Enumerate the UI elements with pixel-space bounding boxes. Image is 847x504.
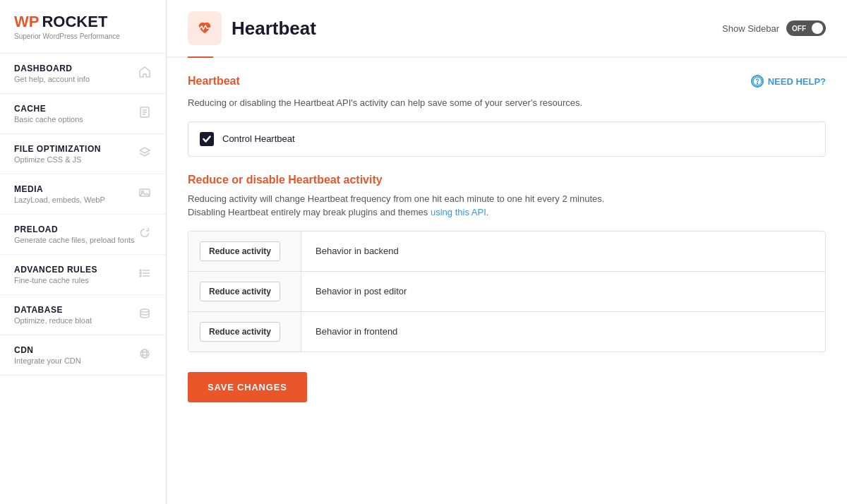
sidebar-item-adv-sub: Fine-tune cache rules bbox=[14, 276, 138, 284]
heartbeat-section-title: Heartbeat bbox=[188, 75, 240, 88]
globe-icon bbox=[138, 348, 152, 362]
svg-point-10 bbox=[140, 270, 141, 271]
backend-reduce-button[interactable]: Reduce activity bbox=[200, 241, 280, 261]
sidebar-item-preload-sub: Generate cache files, preload fonts bbox=[14, 236, 138, 244]
control-heartbeat-checkbox[interactable] bbox=[200, 132, 214, 146]
logo-wp: WP bbox=[14, 13, 39, 31]
svg-point-14 bbox=[140, 349, 149, 358]
sidebar-item-db-sub: Optimize, reduce bloat bbox=[14, 316, 138, 325]
database-icon bbox=[138, 308, 152, 322]
need-help-link[interactable]: NEED HELP? bbox=[751, 75, 826, 88]
sidebar-item-media[interactable]: MEDIA LazyLoad, embeds, WebP bbox=[0, 174, 166, 215]
main-content: Heartbeat Show Sidebar OFF Heartbeat bbox=[167, 0, 847, 504]
control-heartbeat-row: Control Heartbeat bbox=[188, 121, 826, 157]
sidebar-item-media-sub: LazyLoad, embeds, WebP bbox=[14, 196, 138, 204]
svg-point-11 bbox=[140, 272, 141, 274]
sidebar-toggle[interactable]: OFF bbox=[786, 20, 826, 36]
frontend-behavior-label: Behavior in frontend bbox=[301, 316, 825, 347]
sidebar-item-file-optimization[interactable]: FILE OPTIMIZATION Optimize CSS & JS bbox=[0, 134, 166, 174]
toggle-knob bbox=[812, 23, 823, 34]
logo-rocket: ROCKET bbox=[42, 13, 107, 31]
page-content: Heartbeat NEED HELP? Reducing or disabli… bbox=[167, 58, 847, 504]
activity-row-post-editor: Reduce activity Behavior in post editor bbox=[188, 272, 825, 312]
post-editor-reduce-button[interactable]: Reduce activity bbox=[200, 282, 280, 301]
list-icon bbox=[138, 268, 152, 282]
sidebar-item-db-title: DATABASE bbox=[14, 305, 138, 315]
save-changes-button[interactable]: SAVE CHANGES bbox=[188, 372, 307, 402]
home-icon bbox=[138, 66, 152, 80]
sidebar-item-dashboard[interactable]: DASHBOARD Get help, account info bbox=[0, 54, 166, 94]
sidebar-item-cdn-title: CDN bbox=[14, 345, 138, 355]
heartbeat-icon-box bbox=[188, 11, 222, 45]
reduce-desc-line2-end: . bbox=[486, 207, 489, 217]
sidebar-item-advanced-rules[interactable]: ADVANCED RULES Fine-tune cache rules bbox=[0, 255, 166, 295]
page-header: Heartbeat Show Sidebar OFF bbox=[167, 0, 847, 58]
svg-point-20 bbox=[757, 83, 757, 84]
activity-table: Reduce activity Behavior in backend Redu… bbox=[188, 231, 826, 352]
sidebar-item-adv-title: ADVANCED RULES bbox=[14, 265, 138, 275]
post-editor-btn-cell: Reduce activity bbox=[188, 272, 301, 311]
sidebar-item-file-opt-title: FILE OPTIMIZATION bbox=[14, 144, 138, 154]
image-icon bbox=[138, 187, 152, 201]
need-help-icon bbox=[751, 75, 764, 88]
show-sidebar-label: Show Sidebar bbox=[722, 23, 779, 34]
backend-btn-cell: Reduce activity bbox=[188, 232, 301, 271]
svg-point-12 bbox=[140, 275, 141, 277]
page-title: Heartbeat bbox=[232, 18, 316, 40]
sidebar-item-preload[interactable]: PRELOAD Generate cache files, preload fo… bbox=[0, 215, 166, 255]
activity-row-frontend: Reduce activity Behavior in frontend bbox=[188, 312, 825, 352]
frontend-btn-cell: Reduce activity bbox=[188, 312, 301, 352]
reduce-section-title: Reduce or disable Heartbeat activity bbox=[188, 174, 826, 186]
sidebar-item-dashboard-title: DASHBOARD bbox=[14, 64, 138, 73]
toggle-state-text: OFF bbox=[792, 25, 806, 32]
frontend-reduce-button[interactable]: Reduce activity bbox=[200, 322, 280, 342]
post-editor-behavior-label: Behavior in post editor bbox=[301, 276, 825, 306]
sidebar-item-cache[interactable]: CACHE Basic cache options bbox=[0, 94, 166, 134]
logo-subtitle: Superior WordPress Performance bbox=[14, 32, 152, 40]
sidebar-item-cdn[interactable]: CDN Integrate your CDN bbox=[0, 335, 166, 376]
sidebar-item-dashboard-sub: Get help, account info bbox=[14, 75, 138, 83]
svg-point-13 bbox=[140, 309, 149, 312]
sidebar-item-database[interactable]: DATABASE Optimize, reduce bloat bbox=[0, 295, 166, 335]
sidebar: WP ROCKET Superior WordPress Performance… bbox=[0, 0, 167, 504]
reduce-desc-line2-start: Disabling Heartbeat entirely may break p… bbox=[188, 207, 431, 217]
reduce-section-desc: Reducing activity will change Heartbeat … bbox=[188, 192, 826, 220]
reduce-desc-line1: Reducing activity will change Heartbeat … bbox=[188, 193, 604, 204]
reduce-desc-link[interactable]: using this API bbox=[431, 207, 486, 217]
sidebar-item-file-opt-sub: Optimize CSS & JS bbox=[14, 155, 138, 164]
backend-behavior-label: Behavior in backend bbox=[301, 236, 825, 266]
document-icon bbox=[138, 107, 152, 121]
sidebar-item-preload-title: PRELOAD bbox=[14, 224, 138, 234]
sidebar-item-cache-title: CACHE bbox=[14, 104, 138, 114]
heartbeat-description: Reducing or disabling the Heartbeat API'… bbox=[188, 96, 826, 110]
sidebar-item-cdn-sub: Integrate your CDN bbox=[14, 356, 138, 365]
layers-icon bbox=[138, 147, 152, 161]
need-help-text: NEED HELP? bbox=[768, 76, 826, 87]
sidebar-item-media-title: MEDIA bbox=[14, 184, 138, 194]
logo: WP ROCKET Superior WordPress Performance bbox=[0, 0, 166, 54]
control-heartbeat-label: Control Heartbeat bbox=[222, 133, 295, 144]
sidebar-item-cache-sub: Basic cache options bbox=[14, 115, 138, 124]
svg-point-15 bbox=[143, 349, 147, 358]
refresh-icon bbox=[138, 227, 152, 241]
activity-row-backend: Reduce activity Behavior in backend bbox=[188, 232, 825, 272]
heartbeat-section-header: Heartbeat NEED HELP? bbox=[188, 75, 826, 88]
svg-marker-4 bbox=[140, 148, 150, 153]
